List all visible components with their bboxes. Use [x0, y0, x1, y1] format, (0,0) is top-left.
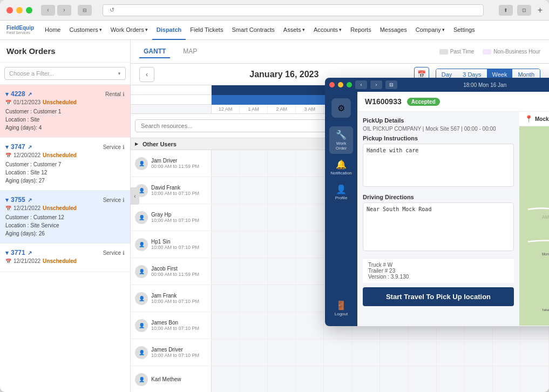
gantt-area: GANTT MAP Past Time Non-Business Hour ‹ …: [131, 40, 549, 392]
workorder-nav-icon: 🔧: [336, 130, 347, 140]
row-time-hp1-sin: 10:00 AM to 07:10 PM: [151, 245, 199, 250]
modal-maximize-btn[interactable]: [347, 82, 352, 87]
wo-type-4228: Rental ℹ: [105, 91, 125, 97]
section-collapse-icon[interactable]: ▸: [135, 140, 138, 147]
browser-actions: ⬆ ⊡: [499, 5, 531, 16]
avatar-jacob-first: 👤: [135, 265, 148, 278]
modal-minimize-btn[interactable]: [338, 82, 343, 87]
svg-text:Tallahassee: Tallahassee: [542, 308, 549, 312]
work-order-card-4228[interactable]: ▾ 4228 ↗ Rental ℹ 📅 01/12/2023 Unschedul…: [0, 85, 130, 138]
wo-link-icon-4228[interactable]: ↗: [28, 91, 32, 97]
wo-link-icon-3755[interactable]: ↗: [28, 197, 32, 203]
nav-dispatch[interactable]: Dispatch: [152, 21, 186, 40]
map-display: Chattanooga Montgomery Columbus Atlanta …: [519, 126, 549, 326]
avatar-gray-hp: 👤: [135, 211, 148, 224]
pickup-instructions-label: Pickup Instructions: [363, 135, 514, 141]
wo-status-4228: Unscheduled: [43, 99, 77, 105]
share-button[interactable]: ⬆: [499, 5, 513, 16]
tab-gantt[interactable]: GANTT: [139, 45, 170, 58]
modal-nav-forward[interactable]: ›: [370, 80, 382, 89]
row-time-david-frank: 10:00 AM to 07:10 PM: [151, 191, 199, 196]
pickup-details-label: PickUp Details: [363, 117, 514, 124]
wo-type-3771: Service ℹ: [103, 250, 125, 256]
wo-link-icon-3771[interactable]: ↗: [28, 250, 32, 256]
wo-info-icon-3755[interactable]: ℹ: [123, 197, 125, 203]
gantt-row-label-jam-driver: 👤 Jam Driver 00:00 AM to 11:59 PM: [131, 150, 212, 177]
filter-select[interactable]: Choose a Filter...: [4, 67, 126, 80]
gantt-toolbar: GANTT MAP Past Time Non-Business Hour: [131, 40, 549, 64]
wo-chevron-3755[interactable]: ▾: [5, 197, 9, 204]
wo-info-icon-4228[interactable]: ℹ: [123, 91, 125, 97]
calendar-icon-3747: 📅: [5, 153, 11, 158]
wo-chevron-4228[interactable]: ▾: [5, 91, 9, 98]
start-travel-button[interactable]: Start Travel To Pick Up location: [363, 287, 514, 306]
mobile-nav-logout[interactable]: 🚪 Logout: [329, 297, 353, 320]
wo-link-icon-3747[interactable]: ↗: [28, 144, 32, 150]
layout-button[interactable]: ⊟: [78, 5, 92, 16]
browser-nav: ‹ ›: [41, 5, 71, 16]
work-order-card-3747[interactable]: ▾ 3747 ↗ Service ℹ 📅 12/20/2022 Unschedu…: [0, 138, 130, 191]
hour-12am: 12 AM: [212, 105, 240, 113]
section-label: Other Users: [143, 141, 177, 147]
pickup-details-section: PickUp Details OIL PICKUP COMPANY | Mock…: [363, 117, 514, 188]
nav-home[interactable]: Home: [40, 21, 65, 40]
new-tab-button[interactable]: +: [538, 5, 543, 15]
nav-fieldtickets[interactable]: Field Tickets: [186, 21, 227, 40]
wo-detail-3747: Customer : Customer 7 Location : Site 12…: [5, 160, 125, 185]
row-name-jam-frank: Jam Frank: [151, 293, 199, 299]
mobile-nav-notification[interactable]: 🔔 Notification: [329, 156, 353, 179]
wo-detail-3755: Customer : Customer 12 Location : Site S…: [5, 213, 125, 238]
modal-nav-back[interactable]: ‹: [355, 80, 367, 89]
nav-accounts[interactable]: Accounts▾: [309, 21, 346, 40]
avatar-james-driver: 👤: [135, 346, 148, 359]
nav-customers[interactable]: Customers▾: [65, 21, 106, 40]
wo-chevron-3747[interactable]: ▾: [5, 144, 9, 151]
driving-directions-textarea[interactable]: Near South Mock Road: [363, 202, 514, 251]
mobile-nav-profile[interactable]: 👤 Profile: [329, 181, 353, 204]
forward-button[interactable]: ›: [57, 5, 71, 16]
wo-status-3755: Unscheduled: [43, 205, 77, 211]
wo-info-icon-3771[interactable]: ℹ: [123, 250, 125, 256]
modal-body: PickUp Details OIL PICKUP COMPANY | Mock…: [357, 112, 549, 326]
wo-id-3771: ▾ 3771 ↗: [5, 249, 32, 256]
wo-info-icon-3747[interactable]: ℹ: [123, 144, 125, 150]
nav-workorders[interactable]: Work Orders▾: [106, 21, 152, 40]
gantt-row-label-jacob-first: 👤 Jacob First 00:00 AM to 11:59 PM: [131, 258, 212, 285]
reload-button[interactable]: ↺: [110, 6, 114, 13]
minimize-button[interactable]: [16, 7, 23, 13]
map-location-label: Mock Site 567: [535, 116, 549, 122]
gantt-prev-button[interactable]: ‹: [139, 67, 154, 82]
modal-left-panel: PickUp Details OIL PICKUP COMPANY | Mock…: [357, 112, 519, 326]
nav-messages[interactable]: Messages: [376, 21, 411, 40]
mobile-nav-workorder[interactable]: 🔧 Work Order: [329, 126, 353, 154]
modal-layout-btn[interactable]: ⊟: [385, 80, 397, 89]
fullscreen-button[interactable]: ⊡: [517, 5, 531, 16]
url-bar[interactable]: ↺: [103, 4, 484, 16]
back-button[interactable]: ‹: [41, 5, 55, 16]
wo-date-value-4228: 01/12/2023: [13, 99, 40, 105]
past-time-legend: Past Time: [439, 49, 474, 55]
svg-text:Montgomery: Montgomery: [542, 252, 549, 256]
nav-reports[interactable]: Reports: [346, 21, 376, 40]
modal-overlay: ‹ › ⊟ 18:00 Mon 16 Jan ⬆ ⊡ 📶 WiFi 75%: [271, 72, 549, 392]
nav-settings[interactable]: Settings: [449, 21, 479, 40]
modal-wo-id: W1600933: [365, 97, 402, 106]
nav-smartcontracts[interactable]: Smart Contracts: [227, 21, 279, 40]
calendar-icon-3771: 📅: [5, 259, 11, 264]
maximize-button[interactable]: [26, 7, 32, 13]
past-time-box: [439, 49, 448, 55]
work-order-card-3771[interactable]: ▾ 3771 ↗ Service ℹ 📅 12/21/2022 Unschedu…: [0, 244, 130, 272]
work-order-card-3755[interactable]: ▾ 3755 ↗ Service ℹ 📅 12/21/2022 Unschedu…: [0, 191, 130, 244]
nav-assets[interactable]: Assets▾: [279, 21, 309, 40]
wo-chevron-3771[interactable]: ▾: [5, 249, 9, 256]
nav-company[interactable]: Company▾: [411, 21, 449, 40]
close-button[interactable]: [6, 7, 13, 13]
wo-date-4228: 📅 01/12/2023 Unscheduled: [5, 99, 125, 105]
pickup-instructions-textarea[interactable]: Handle with care: [363, 144, 514, 187]
tab-map[interactable]: MAP: [179, 45, 201, 58]
notification-nav-label: Notification: [330, 171, 352, 175]
sidebar-collapse-button[interactable]: ‹: [131, 187, 139, 205]
modal-close-btn[interactable]: [329, 82, 335, 87]
app-window: ‹ › ⊟ ↺ ⬆ ⊡ + FieldEquip Field Services …: [0, 0, 549, 392]
logo: FieldEquip Field Services: [6, 25, 34, 35]
